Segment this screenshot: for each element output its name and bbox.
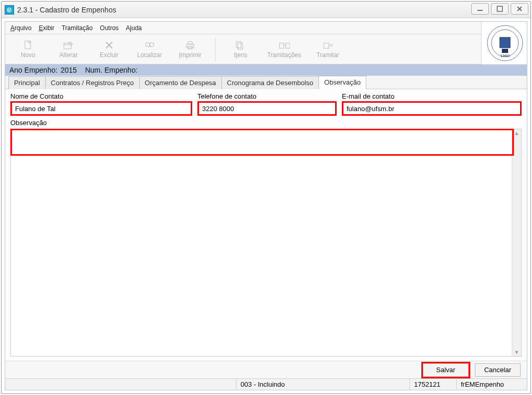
- tab-cronograma[interactable]: Cronograma de Desembolso: [221, 76, 318, 89]
- salvar-button[interactable]: Salvar: [423, 363, 469, 377]
- institution-logo: 1960: [481, 22, 527, 64]
- app-icon: ◎: [5, 5, 14, 15]
- scroll-up-icon[interactable]: ▲: [514, 130, 520, 136]
- footer-buttons: Salvar Cancelar: [5, 361, 527, 378]
- tool-alterar[interactable]: Alterar: [49, 36, 88, 63]
- record-header: Ano Empenho: 2015 Num. Empenho:: [5, 64, 527, 76]
- tool-imprimir[interactable]: Imprimir: [170, 36, 210, 63]
- toolbar-separator: [215, 37, 216, 61]
- status-empty: [5, 379, 236, 390]
- tab-principal[interactable]: Principal: [8, 76, 45, 89]
- tool-excluir[interactable]: Excluir: [89, 36, 129, 63]
- scroll-down-icon[interactable]: ▼: [514, 349, 520, 355]
- menu-exibir[interactable]: Exibir: [39, 24, 55, 32]
- tab-orcamento[interactable]: Orçamento de Despesa: [139, 76, 221, 89]
- close-icon: [516, 5, 523, 12]
- menu-arquivo[interactable]: Arquivo: [10, 24, 32, 32]
- svg-rect-0: [477, 10, 483, 11]
- edit-icon: [63, 40, 74, 50]
- tab-contratos[interactable]: Contratos / Registros Preço: [45, 76, 139, 89]
- cancelar-button[interactable]: Cancelar: [475, 363, 521, 377]
- menus-and-tools: Arquivo Exibir Tramitação Outros Ajuda N…: [5, 22, 481, 64]
- maximize-icon: [496, 5, 503, 12]
- svg-rect-1: [497, 6, 502, 11]
- observacao-textarea[interactable]: [11, 129, 512, 356]
- tool-itens[interactable]: Itens: [221, 36, 260, 63]
- menu-bar: Arquivo Exibir Tramitação Outros Ajuda: [5, 22, 481, 34]
- status-mode: 003 - Incluindo: [236, 379, 410, 390]
- field-telefone-contato: Telefone de contato: [197, 92, 337, 116]
- svg-rect-15: [236, 42, 241, 48]
- tramitar-icon: [322, 40, 334, 50]
- status-form: frEMEmpenho: [457, 379, 527, 390]
- observacao-label: Observação: [10, 119, 522, 127]
- close-button[interactable]: [511, 3, 528, 15]
- ano-empenho-label: Ano Empenho:: [9, 66, 58, 74]
- ano-empenho-value: 2015: [61, 66, 77, 74]
- menu-outros[interactable]: Outros: [100, 24, 118, 32]
- contact-row: Nome de Contato Telefone de contato E-ma…: [10, 92, 522, 116]
- maximize-button[interactable]: [491, 3, 509, 15]
- svg-rect-24: [502, 49, 508, 53]
- minimize-button[interactable]: [471, 3, 489, 15]
- svg-rect-18: [286, 43, 290, 48]
- search-icon: [144, 40, 155, 50]
- minimize-icon: [476, 5, 484, 12]
- nome-contato-label: Nome de Contato: [10, 92, 192, 100]
- svg-point-10: [150, 43, 154, 47]
- tool-novo[interactable]: Novo: [8, 36, 48, 63]
- toolbar: Novo Alterar Excluir Localizar: [5, 34, 481, 64]
- observacao-scrollbar[interactable]: ▲ ▼: [512, 129, 521, 356]
- tab-content-observacao: Nome de Contato Telefone de contato E-ma…: [5, 89, 527, 361]
- window-title: 2.3.1 - Cadastro de Empenhos: [17, 6, 116, 14]
- tramitacoes-icon: [278, 40, 290, 50]
- svg-rect-20: [324, 43, 329, 48]
- svg-rect-13: [188, 42, 192, 44]
- field-email-contato: E-mail de contato: [342, 92, 522, 116]
- svg-rect-17: [280, 43, 284, 48]
- menu-tramitacao[interactable]: Tramitação: [62, 24, 93, 32]
- telefone-contato-label: Telefone de contato: [197, 92, 337, 100]
- seal-icon: 1960: [486, 24, 523, 62]
- menu-ajuda[interactable]: Ajuda: [126, 24, 142, 32]
- window-controls: [471, 3, 528, 15]
- items-icon: [235, 40, 246, 50]
- svg-rect-16: [238, 43, 243, 49]
- tab-observacao[interactable]: Observação: [318, 76, 366, 89]
- status-bar: 003 - Incluindo 1752121 frEMEmpenho: [5, 378, 527, 390]
- new-file-icon: [22, 40, 34, 50]
- delete-icon: [103, 40, 115, 50]
- observacao-wrap: ▲ ▼: [10, 129, 522, 357]
- svg-rect-5: [64, 43, 71, 49]
- print-icon: [184, 40, 196, 50]
- svg-text:1960: 1960: [500, 53, 510, 58]
- tool-tramitar[interactable]: Tramitar: [308, 36, 348, 63]
- email-contato-input[interactable]: [342, 101, 522, 116]
- title-bar: ◎ 2.3.1 - Cadastro de Empenhos: [2, 2, 530, 18]
- app-window: ◎ 2.3.1 - Cadastro de Empenhos Arquivo E…: [1, 1, 531, 394]
- email-contato-label: E-mail de contato: [342, 92, 522, 100]
- svg-point-9: [145, 43, 150, 47]
- tool-tramitacoes[interactable]: Tramitações: [261, 36, 307, 63]
- tool-localizar[interactable]: Localizar: [130, 36, 169, 63]
- inner-frame: Arquivo Exibir Tramitação Outros Ajuda N…: [5, 21, 527, 390]
- status-code: 1752121: [410, 379, 457, 390]
- nome-contato-input[interactable]: [10, 101, 192, 116]
- telefone-contato-input[interactable]: [197, 101, 337, 116]
- tabs: Principal Contratos / Registros Preço Or…: [5, 76, 527, 89]
- num-empenho-label: Num. Empenho:: [85, 66, 138, 74]
- top-area: Arquivo Exibir Tramitação Outros Ajuda N…: [5, 22, 527, 64]
- field-nome-contato: Nome de Contato: [10, 92, 192, 116]
- svg-rect-23: [500, 37, 510, 48]
